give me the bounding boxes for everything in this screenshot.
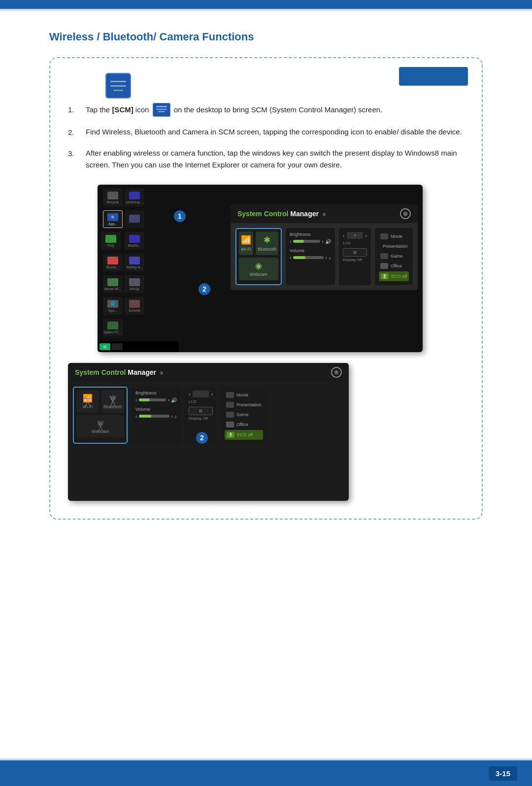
content-box: 1. Tap the [SCM] icon on the desktop to … [49, 57, 483, 520]
page-number: 3-15 [489, 766, 517, 781]
badge-2-second: 2 [196, 432, 208, 444]
scm-window-1: System Control Manager ≡ ⊗ 📶 [231, 204, 418, 290]
scm-close-icon-2[interactable]: ⊗ [331, 367, 342, 378]
bottom-bar: 3-15 [0, 760, 532, 786]
step-3: 3. After enabling wireless or camera fun… [68, 147, 464, 171]
steps-list: 1. Tap the [SCM] icon on the desktop to … [68, 103, 464, 171]
screenshot-2: System Control Manager ≡ ⊗ 📶 Wi-Fi [68, 363, 349, 501]
step-1: 1. Tap the [SCM] icon on the desktop to … [68, 103, 464, 117]
screenshots-container: Recycle Onlineup... ≡ [68, 185, 464, 501]
main-content: Wireless / Bluetooth/ Camera Functions 1… [0, 11, 532, 559]
section-title: Wireless / Bluetooth/ Camera Functions [49, 31, 483, 43]
desktop-sidebar: Recycle Onlineup... ≡ [98, 185, 179, 352]
blue-accent-rect [399, 67, 468, 86]
screenshot-1: Recycle Onlineup... ≡ [98, 185, 423, 352]
badge-2-first: 2 [199, 283, 210, 295]
scm-close-icon[interactable]: ⊗ [400, 208, 411, 219]
top-bar [0, 0, 532, 9]
badge-1: 1 [174, 210, 186, 222]
step-2: 2. Find Wireless, Bluetooth and Camera i… [68, 126, 464, 138]
